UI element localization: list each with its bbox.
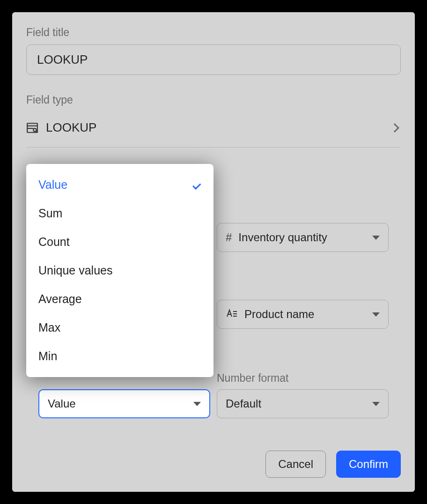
dropdown-option-label: Max <box>38 321 201 334</box>
text-field-icon <box>226 308 238 321</box>
caret-down-icon <box>372 312 380 317</box>
field-type-value: LOOKUP <box>46 120 384 135</box>
dropdown-option-label: Min <box>38 349 201 363</box>
hash-icon: # <box>226 231 232 244</box>
inventory-quantity-value: Inventory quantity <box>238 231 366 244</box>
cancel-button[interactable]: Cancel <box>265 451 326 478</box>
caret-down-icon <box>372 402 380 406</box>
aggregate-function-dropdown: ValueSumCountUnique valuesAverageMaxMin <box>26 164 214 377</box>
confirm-button[interactable]: Confirm <box>336 451 401 478</box>
chevron-right-icon <box>390 123 399 133</box>
aggregate-function-value: Value <box>48 397 187 410</box>
svg-point-3 <box>33 128 37 132</box>
dropdown-option[interactable]: Count <box>26 228 214 256</box>
inventory-quantity-select[interactable]: # Inventory quantity <box>217 223 389 252</box>
dropdown-option[interactable]: Max <box>26 313 214 342</box>
check-icon <box>191 180 201 190</box>
dropdown-option[interactable]: Value <box>26 170 214 199</box>
field-title-input[interactable] <box>26 44 401 75</box>
product-name-select[interactable]: Product name <box>217 300 389 329</box>
dropdown-option-label: Unique values <box>38 264 201 277</box>
dropdown-option-label: Sum <box>38 207 201 220</box>
caret-down-icon <box>372 236 380 240</box>
caret-down-icon <box>193 402 201 406</box>
dropdown-option-label: Average <box>38 292 201 306</box>
aggregate-function-select[interactable]: Value <box>38 389 210 418</box>
number-format-label: Number format <box>217 372 389 385</box>
field-title-label: Field title <box>26 26 401 39</box>
dropdown-option[interactable]: Unique values <box>26 256 214 285</box>
dropdown-option[interactable]: Sum <box>26 199 214 228</box>
number-format-value: Default <box>226 397 366 410</box>
dropdown-option-label: Count <box>38 235 201 249</box>
field-type-selector[interactable]: LOOKUP <box>26 112 401 148</box>
product-name-value: Product name <box>244 308 366 321</box>
dropdown-option-label: Value <box>38 178 191 192</box>
number-format-select[interactable]: Default <box>217 389 389 418</box>
field-type-label: Field type <box>26 94 401 106</box>
lookup-icon <box>26 122 38 134</box>
dropdown-option[interactable]: Min <box>26 342 214 371</box>
dropdown-option[interactable]: Average <box>26 285 214 313</box>
